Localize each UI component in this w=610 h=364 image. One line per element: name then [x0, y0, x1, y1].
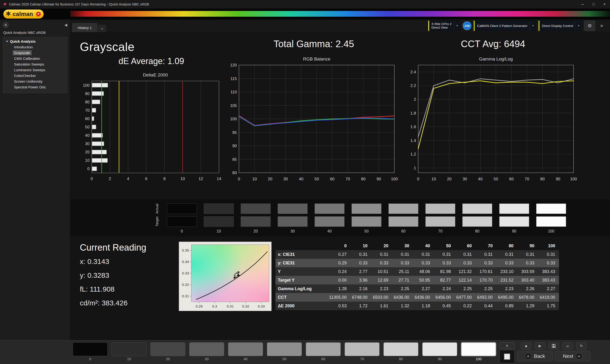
table-value-cell: 0.33: [455, 259, 476, 267]
pattern-patch-label: 80: [383, 357, 418, 361]
table-col-header: 90: [517, 242, 538, 250]
tree-root-quick-analysis[interactable]: Quick Analysis: [4, 39, 66, 44]
sidebar-item-grayscale[interactable]: Grayscale: [4, 50, 66, 56]
display-control-dropdown[interactable]: Direct Display Control ▼: [539, 21, 582, 31]
pattern-patch-swatch: [189, 342, 224, 356]
table-value-cell: 1.72: [350, 302, 372, 310]
maximize-button[interactable]: □: [588, 0, 599, 9]
axis-tick-label: 8: [163, 177, 165, 181]
sidebar-item-screen-uniformity[interactable]: Screen Uniformity: [4, 78, 66, 84]
meter-dropdown[interactable]: X-Rite i1Pro 2 Direct View ▼: [428, 21, 460, 31]
sidebar-item-spectral-power-dist-[interactable]: Spectral Power Dist.: [4, 84, 66, 90]
calman-menu-button[interactable]: calman: [3, 10, 44, 19]
save-button[interactable]: [548, 342, 559, 350]
pattern-patch-40[interactable]: 40: [228, 342, 263, 361]
table-col-header: 70: [476, 242, 497, 250]
table-value-cell: 0.31: [413, 250, 434, 259]
play-button[interactable]: ▶: [535, 342, 545, 350]
pattern-patch-90[interactable]: 90: [422, 342, 457, 361]
swatch-level-label: 30: [278, 229, 308, 234]
pattern-patch-10[interactable]: 10: [112, 342, 146, 361]
reading-fl: fL: 111.908: [80, 285, 179, 293]
table-value-cell: 0.33: [371, 259, 392, 267]
target-swatch-30: [278, 216, 308, 227]
settings-gear-button[interactable]: ⚙: [584, 21, 595, 31]
table-value-cell: 1.18: [413, 302, 434, 310]
target-swatch-10: [204, 216, 234, 227]
cie-chromaticity-diagram: 0.290.30.310.320.330.350.340.330.320.31: [179, 242, 272, 311]
pattern-patch-80[interactable]: 80: [383, 342, 418, 361]
table-row-label: Y: [275, 267, 329, 276]
tab-bar: History 1 + X-Rite i1Pro 2 Direct View ▼…: [70, 20, 610, 32]
stop-button[interactable]: ■: [521, 342, 531, 350]
table-value-cell: 2.23: [371, 285, 392, 293]
close-button[interactable]: ×: [599, 0, 610, 9]
pattern-window-button[interactable]: [499, 350, 515, 363]
reading-row: Current Reading x: 0.3143 y: 0.3283 fL: …: [70, 240, 610, 313]
table-row-label: y: CIE31: [275, 259, 329, 267]
pattern-patch-30[interactable]: 30: [189, 342, 224, 361]
table-value-cell: 11305.00: [329, 293, 350, 302]
target-swatch-100: [536, 216, 566, 227]
sidebar-item-luminance-sweeps[interactable]: Luminance Sweeps: [4, 67, 66, 73]
table-value-cell: 0.31: [392, 250, 413, 259]
logo-dropdown-icon[interactable]: [36, 12, 41, 16]
pattern-patch-label: 30: [189, 357, 224, 361]
gamma-line-chart: 01020304050607080901002.42.221.81.61.41.…: [405, 62, 579, 186]
axis-tick-label: 14: [217, 177, 221, 181]
pattern-patch-60[interactable]: 60: [306, 342, 341, 361]
workflow-tree: Quick Analysis IntroductionGrayscaleCMS …: [3, 37, 67, 93]
pattern-patch-0[interactable]: 0: [73, 342, 108, 361]
sidebar-item-cms-calibration[interactable]: CMS Calibration: [4, 56, 66, 62]
refresh-button[interactable]: ↻: [576, 342, 587, 350]
sidebar-item-saturation-sweeps[interactable]: Saturation Sweeps: [4, 62, 66, 67]
add-tab-button[interactable]: +: [98, 25, 106, 32]
axis-tick-label: 1.6: [410, 125, 416, 129]
pattern-patch-20[interactable]: 20: [150, 342, 185, 361]
chevron-down-icon[interactable]: ▼: [454, 21, 460, 31]
cie-overlay: 0.290.30.310.320.330.350.340.330.320.31: [179, 242, 272, 311]
pattern-patch-row: 0102030405060708090100: [73, 342, 496, 361]
meter-name: X-Rite i1Pro 2: [431, 22, 452, 26]
tree-expander-icon[interactable]: [6, 41, 8, 42]
sidebar-tree-items: IntroductionGrayscaleCMS CalibrationSatu…: [4, 44, 66, 90]
pattern-patch-100[interactable]: 100: [461, 342, 496, 361]
axis-tick-label: 0.35: [182, 248, 189, 252]
axis-tick-label: 0: [238, 177, 240, 181]
axis-tick-label: 2.4: [410, 70, 416, 74]
axis-tick-label: 90: [376, 177, 381, 181]
panel-up-button[interactable]: ∧: [499, 342, 515, 349]
sidebar-collapse-icon[interactable]: ◀: [64, 23, 67, 27]
table-value-cell: 0.31: [476, 250, 497, 259]
panel-expand-icon[interactable]: »: [597, 21, 606, 31]
pattern-patch-label: 0: [73, 357, 108, 361]
app-window: Calman 2025 Calman Ultimate for Business…: [0, 0, 610, 364]
swatch-level-label: 100: [536, 229, 566, 234]
sidebar-item-colorchecker[interactable]: ColorChecker: [4, 73, 66, 78]
sidebar-item-introduction[interactable]: Introduction: [4, 44, 66, 50]
axis-tick-label: 60: [509, 177, 514, 181]
pattern-patch-70[interactable]: 70: [345, 342, 380, 361]
actual-swatch-50: [351, 203, 381, 214]
table-value-cell: 121.32: [455, 267, 476, 276]
pattern-generator-dropdown[interactable]: CalMAN Client 3 Pattern Generator ▼: [474, 21, 536, 31]
charts-section: Grayscale dE Average: 1.09 DeltaE 2000 0…: [70, 32, 610, 193]
bottom-bar: 0102030405060708090100 ∧ ■ ▶ ∞ ↻: [0, 340, 610, 364]
axis-tick-label: 60: [330, 177, 335, 181]
table-value-cell: 6436.00: [392, 293, 413, 302]
chevron-down-icon[interactable]: ▼: [530, 21, 536, 31]
table-value-cell: 0.31: [496, 250, 517, 259]
pattern-patch-50[interactable]: 50: [267, 342, 302, 361]
next-button[interactable]: Next »: [555, 351, 590, 361]
table-value-cell: 81.98: [434, 267, 455, 276]
record-session-icon[interactable]: [3, 22, 9, 28]
table-value-cell: 12.69: [371, 276, 392, 285]
pattern-patch-label: 20: [150, 357, 185, 361]
back-button[interactable]: « Back: [517, 351, 553, 361]
minimize-button[interactable]: ─: [577, 0, 588, 9]
tab-history-1[interactable]: History 1: [72, 23, 97, 32]
table-value-cell: 1.61: [371, 302, 392, 310]
continuous-measure-button[interactable]: ∞: [562, 342, 573, 350]
chevron-down-icon[interactable]: ▼: [575, 21, 582, 31]
axis-tick-label: 10: [431, 177, 436, 181]
